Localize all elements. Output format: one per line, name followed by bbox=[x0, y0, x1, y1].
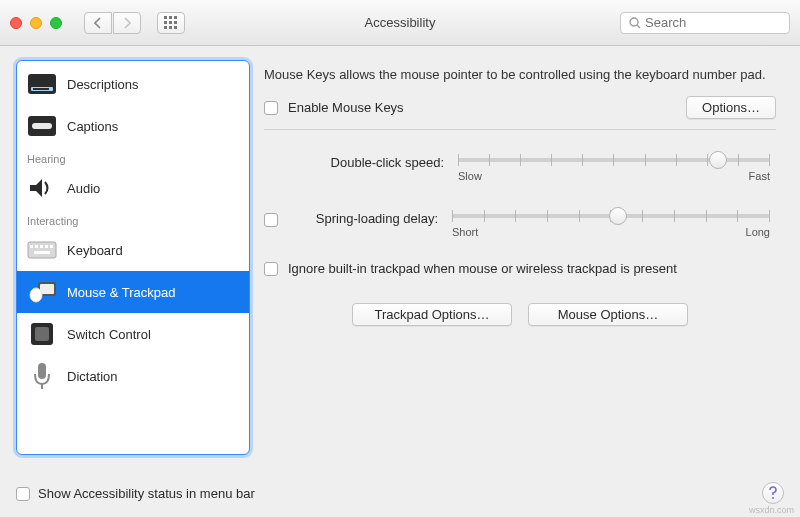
spring-loading-min-label: Short bbox=[452, 226, 478, 238]
search-input[interactable] bbox=[645, 15, 781, 30]
sidebar-item-label: Dictation bbox=[67, 369, 118, 384]
svg-rect-6 bbox=[164, 26, 167, 29]
sidebar-item-switch-control[interactable]: Switch Control bbox=[17, 313, 249, 355]
sidebar-item-label: Captions bbox=[67, 119, 118, 134]
spring-loading-checkbox[interactable] bbox=[264, 213, 278, 227]
svg-rect-21 bbox=[50, 245, 53, 248]
sidebar-item-descriptions[interactable]: Descriptions bbox=[17, 63, 249, 105]
svg-rect-7 bbox=[169, 26, 172, 29]
chevron-right-icon bbox=[123, 17, 131, 29]
svg-rect-1 bbox=[169, 16, 172, 19]
sidebar-section-interacting: Interacting bbox=[17, 209, 249, 229]
sidebar-item-audio[interactable]: Audio bbox=[17, 167, 249, 209]
nav-controls bbox=[84, 12, 141, 34]
double-click-slider[interactable]: Slow Fast bbox=[452, 148, 776, 178]
svg-point-30 bbox=[772, 497, 774, 499]
svg-rect-27 bbox=[35, 327, 49, 341]
mouse-options-button[interactable]: Mouse Options… bbox=[528, 303, 688, 326]
svg-rect-2 bbox=[174, 16, 177, 19]
grid-icon bbox=[164, 16, 178, 30]
svg-point-9 bbox=[630, 18, 638, 26]
trackpad-options-button[interactable]: Trackpad Options… bbox=[352, 303, 512, 326]
sidebar-item-mouse-trackpad[interactable]: Mouse & Trackpad bbox=[17, 271, 249, 313]
svg-rect-16 bbox=[28, 242, 56, 258]
svg-rect-19 bbox=[40, 245, 43, 248]
maximize-window-button[interactable] bbox=[50, 17, 62, 29]
double-click-max-label: Fast bbox=[749, 170, 770, 182]
window-controls bbox=[10, 17, 62, 29]
window-title: Accessibility bbox=[365, 15, 436, 30]
double-click-label: Double-click speed: bbox=[264, 155, 444, 170]
svg-rect-8 bbox=[174, 26, 177, 29]
options-buttons-row: Trackpad Options… Mouse Options… bbox=[264, 303, 776, 326]
svg-point-25 bbox=[30, 288, 42, 302]
enable-mouse-keys-checkbox[interactable] bbox=[264, 101, 278, 115]
svg-rect-28 bbox=[38, 363, 46, 379]
sidebar-item-captions[interactable]: Captions bbox=[17, 105, 249, 147]
search-field-wrap[interactable] bbox=[620, 12, 790, 34]
svg-rect-22 bbox=[34, 251, 50, 254]
descriptions-icon bbox=[27, 69, 57, 99]
svg-rect-17 bbox=[30, 245, 33, 248]
sidebar-item-label: Audio bbox=[67, 181, 100, 196]
sidebar-item-label: Mouse & Trackpad bbox=[67, 285, 175, 300]
sidebar-item-keyboard[interactable]: Keyboard bbox=[17, 229, 249, 271]
mouse-trackpad-icon bbox=[27, 277, 57, 307]
svg-rect-4 bbox=[169, 21, 172, 24]
help-icon bbox=[768, 486, 778, 500]
svg-rect-18 bbox=[35, 245, 38, 248]
svg-rect-5 bbox=[174, 21, 177, 24]
svg-rect-15 bbox=[32, 123, 52, 129]
mouse-keys-help-text: Mouse Keys allows the mouse pointer to b… bbox=[264, 66, 776, 84]
sidebar-item-label: Switch Control bbox=[67, 327, 151, 342]
ignore-trackpad-row: Ignore built-in trackpad when mouse or w… bbox=[264, 260, 776, 278]
spring-loading-slider[interactable]: Short Long bbox=[446, 204, 776, 234]
sidebar-item-label: Keyboard bbox=[67, 243, 123, 258]
captions-icon bbox=[27, 111, 57, 141]
watermark: wsxdn.com bbox=[749, 505, 794, 515]
footer: Show Accessibility status in menu bar bbox=[16, 473, 784, 513]
switch-control-icon bbox=[27, 319, 57, 349]
spring-loading-row: Spring-loading delay: Short Long bbox=[264, 204, 776, 234]
spring-loading-label: Spring-loading delay: bbox=[286, 211, 438, 226]
forward-button[interactable] bbox=[113, 12, 141, 34]
svg-rect-20 bbox=[45, 245, 48, 248]
svg-rect-0 bbox=[164, 16, 167, 19]
dictation-icon bbox=[27, 361, 57, 391]
ignore-trackpad-checkbox[interactable] bbox=[264, 262, 278, 276]
sidebar-item-label: Descriptions bbox=[67, 77, 139, 92]
close-window-button[interactable] bbox=[10, 17, 22, 29]
spring-loading-max-label: Long bbox=[746, 226, 770, 238]
back-button[interactable] bbox=[84, 12, 112, 34]
sidebar-section-hearing: Hearing bbox=[17, 147, 249, 167]
minimize-window-button[interactable] bbox=[30, 17, 42, 29]
show-all-button[interactable] bbox=[157, 12, 185, 34]
mouse-keys-options-button[interactable]: Options… bbox=[686, 96, 776, 119]
sidebar[interactable]: Descriptions Captions Hearing Audio Inte… bbox=[16, 60, 250, 455]
enable-mouse-keys-label: Enable Mouse Keys bbox=[288, 100, 404, 115]
double-click-row: Double-click speed: Slow Fast bbox=[264, 148, 776, 178]
svg-rect-13 bbox=[33, 88, 49, 90]
help-button[interactable] bbox=[762, 482, 784, 504]
svg-line-10 bbox=[637, 25, 640, 28]
svg-rect-3 bbox=[164, 21, 167, 24]
show-status-checkbox[interactable] bbox=[16, 487, 30, 501]
audio-icon bbox=[27, 173, 57, 203]
detail-pane: Mouse Keys allows the mouse pointer to b… bbox=[264, 60, 784, 455]
chevron-left-icon bbox=[94, 17, 102, 29]
divider bbox=[264, 129, 776, 130]
show-status-label: Show Accessibility status in menu bar bbox=[38, 486, 255, 501]
search-icon bbox=[629, 17, 641, 29]
titlebar: Accessibility bbox=[0, 0, 800, 46]
double-click-min-label: Slow bbox=[458, 170, 482, 182]
keyboard-icon bbox=[27, 235, 57, 265]
ignore-trackpad-label: Ignore built-in trackpad when mouse or w… bbox=[288, 260, 677, 278]
sidebar-item-dictation[interactable]: Dictation bbox=[17, 355, 249, 397]
content-area: Descriptions Captions Hearing Audio Inte… bbox=[0, 46, 800, 461]
